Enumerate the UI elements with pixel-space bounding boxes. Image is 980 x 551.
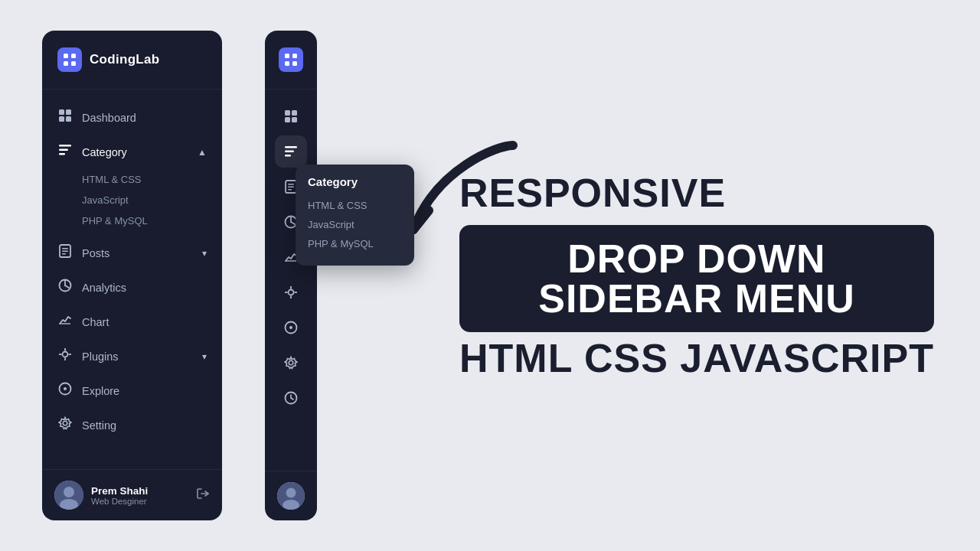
dashboard-label: Dashboard bbox=[82, 112, 207, 124]
svg-point-56 bbox=[286, 488, 296, 498]
analytics-icon bbox=[57, 279, 73, 296]
svg-rect-31 bbox=[285, 61, 289, 66]
plugins-arrow-icon: ▾ bbox=[202, 351, 207, 362]
svg-rect-37 bbox=[285, 146, 297, 148]
chart-icon bbox=[57, 313, 73, 331]
svg-point-24 bbox=[63, 421, 67, 425]
svg-point-26 bbox=[64, 487, 74, 497]
mini-item-dashboard[interactable] bbox=[275, 100, 307, 132]
svg-rect-30 bbox=[292, 54, 297, 58]
svg-rect-5 bbox=[66, 109, 71, 115]
plugins-icon bbox=[57, 347, 73, 365]
category-arrow-icon: ▲ bbox=[198, 147, 207, 158]
svg-rect-2 bbox=[64, 61, 68, 66]
svg-rect-10 bbox=[59, 153, 65, 155]
user-name: Prem Shahi bbox=[91, 485, 188, 497]
svg-point-17 bbox=[63, 352, 68, 357]
mini-header bbox=[265, 31, 317, 90]
posts-label: Posts bbox=[82, 247, 193, 259]
svg-rect-14 bbox=[62, 253, 66, 255]
logout-icon[interactable] bbox=[196, 487, 210, 504]
svg-rect-0 bbox=[64, 54, 68, 58]
sidebar-full: CodingLab Dashboard bbox=[42, 31, 222, 520]
sidebar-item-analytics[interactable]: Analytics bbox=[42, 270, 222, 305]
mini-footer bbox=[265, 471, 317, 520]
mini-avatar bbox=[277, 482, 305, 510]
posts-arrow-icon: ▾ bbox=[202, 248, 207, 259]
posts-icon bbox=[57, 244, 73, 262]
mini-item-category[interactable] bbox=[275, 135, 307, 168]
chart-label: Chart bbox=[82, 316, 207, 328]
dropdown-item-html[interactable]: HTML & CSS bbox=[308, 196, 402, 215]
sidebar-item-dashboard[interactable]: Dashboard bbox=[42, 100, 222, 135]
svg-rect-4 bbox=[59, 109, 64, 115]
explore-label: Explore bbox=[82, 385, 207, 397]
svg-rect-41 bbox=[288, 184, 294, 185]
svg-rect-33 bbox=[285, 110, 290, 116]
subitem-php-mysql[interactable]: PHP & MySQL bbox=[82, 210, 222, 231]
plugins-label: Plugins bbox=[82, 350, 193, 363]
svg-rect-12 bbox=[62, 248, 68, 249]
subitem-html-css[interactable]: HTML & CSS bbox=[82, 169, 222, 190]
heading-dropdown-box: DROP DOWN SIDEBAR MENU bbox=[459, 225, 934, 332]
sidebar-item-explore[interactable]: Explore bbox=[42, 373, 222, 408]
svg-rect-32 bbox=[292, 61, 297, 66]
svg-rect-6 bbox=[59, 116, 64, 122]
sidebar-item-setting[interactable]: Setting bbox=[42, 408, 222, 442]
sidebar-item-category[interactable]: Category ▲ bbox=[42, 135, 222, 169]
svg-point-52 bbox=[289, 326, 292, 329]
svg-rect-9 bbox=[59, 149, 68, 152]
user-role: Web Desginer bbox=[91, 497, 188, 506]
grid-icon bbox=[57, 109, 73, 126]
sidebar-item-posts[interactable]: Posts ▾ bbox=[42, 236, 222, 270]
app-name: CodingLab bbox=[90, 52, 159, 67]
svg-rect-36 bbox=[292, 117, 297, 122]
svg-rect-34 bbox=[292, 110, 297, 116]
setting-label: Setting bbox=[82, 419, 207, 432]
dropdown-item-php[interactable]: PHP & MySQL bbox=[308, 234, 402, 253]
category-icon bbox=[57, 143, 73, 161]
svg-rect-7 bbox=[66, 116, 71, 122]
category-subitems: HTML & CSS JavaScript PHP & MySQL bbox=[42, 169, 222, 236]
svg-rect-1 bbox=[71, 54, 76, 58]
category-label: Category bbox=[82, 146, 188, 158]
heading-html-css: HTML CSS JAVASCRIPT bbox=[459, 338, 934, 378]
logo-icon bbox=[57, 47, 82, 72]
avatar bbox=[54, 481, 83, 510]
sidebar-mini bbox=[265, 31, 317, 520]
svg-point-46 bbox=[289, 290, 294, 295]
svg-rect-8 bbox=[59, 145, 71, 147]
svg-rect-13 bbox=[62, 251, 68, 253]
sidebar-item-plugins[interactable]: Plugins ▾ bbox=[42, 339, 222, 373]
explore-icon bbox=[57, 382, 73, 399]
sidebar-header: CodingLab bbox=[42, 31, 222, 90]
svg-rect-29 bbox=[285, 54, 289, 58]
mini-item-setting[interactable] bbox=[275, 347, 307, 379]
heading-dropdown: DROP DOWN SIDEBAR MENU bbox=[484, 239, 910, 318]
category-dropdown-popup: Category HTML & CSS JavaScript PHP & MyS… bbox=[296, 165, 414, 266]
mini-item-history[interactable] bbox=[275, 382, 307, 414]
analytics-label: Analytics bbox=[82, 282, 207, 294]
sidebar-nav: Dashboard Category ▲ HTML & CSS JavaScri… bbox=[42, 90, 222, 469]
mini-item-plugins[interactable] bbox=[275, 276, 307, 308]
svg-point-23 bbox=[64, 387, 67, 390]
svg-rect-43 bbox=[288, 189, 292, 191]
mini-item-explore[interactable] bbox=[275, 311, 307, 344]
sidebar-item-chart[interactable]: Chart bbox=[42, 305, 222, 339]
mini-nav bbox=[265, 90, 317, 471]
svg-rect-38 bbox=[285, 151, 294, 153]
dropdown-item-js[interactable]: JavaScript bbox=[308, 215, 402, 234]
dropdown-title: Category bbox=[308, 175, 402, 188]
setting-icon bbox=[57, 416, 73, 434]
svg-rect-35 bbox=[285, 117, 290, 122]
sidebar-footer: Prem Shahi Web Desginer bbox=[42, 469, 222, 520]
svg-point-53 bbox=[289, 360, 293, 365]
mini-sidebar-wrapper: Category HTML & CSS JavaScript PHP & MyS… bbox=[243, 31, 317, 520]
user-info: Prem Shahi Web Desginer bbox=[91, 485, 188, 506]
subitem-javascript[interactable]: JavaScript bbox=[82, 190, 222, 210]
mini-logo-icon bbox=[279, 47, 303, 72]
svg-rect-42 bbox=[288, 187, 294, 188]
svg-rect-39 bbox=[285, 155, 291, 157]
svg-rect-3 bbox=[71, 61, 76, 66]
